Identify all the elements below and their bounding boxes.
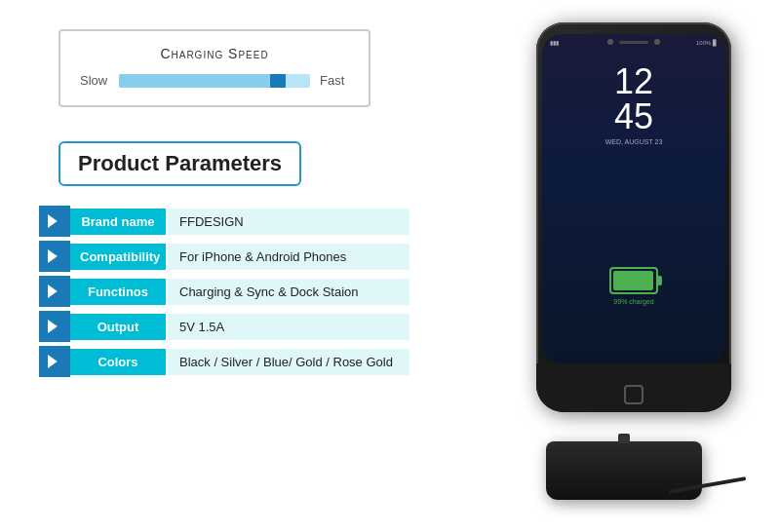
- params-row: Brand nameFFDESIGN: [39, 206, 410, 237]
- params-row: CompatibilityFor iPhone & Android Phones: [39, 241, 410, 272]
- charging-bar-marker: [270, 74, 286, 88]
- arrow-icon: [39, 311, 70, 342]
- phone-body: ▮▮▮ 100% ▊ 12 45 WED, AUGUST 23: [536, 22, 731, 412]
- param-key: Brand name: [70, 209, 168, 235]
- dock-connector: [618, 434, 630, 443]
- phone-scene: ▮▮▮ 100% ▊ 12 45 WED, AUGUST 23: [429, 13, 760, 519]
- param-value: Charging & Sync & Dock Staion: [168, 279, 410, 305]
- charged-text: 99% charged: [613, 298, 653, 305]
- phone-clock: 12 45 WED, AUGUST 23: [542, 64, 725, 145]
- param-key: Functinos: [70, 279, 168, 305]
- product-params-section: Product Parameters Brand nameFFDESIGNCom…: [39, 141, 410, 377]
- param-key: Compatibility: [70, 244, 168, 270]
- phone-date: WED, AUGUST 23: [542, 138, 725, 145]
- arrow-icon: [39, 276, 70, 307]
- params-row: FunctinosCharging & Sync & Dock Staion: [39, 276, 410, 307]
- right-panel: ▮▮▮ 100% ▊ 12 45 WED, AUGUST 23: [410, 0, 780, 532]
- battery-indicator: 100% ▊: [696, 39, 718, 46]
- svg-marker-1: [48, 249, 58, 263]
- battery-fill: [613, 271, 653, 290]
- svg-marker-2: [48, 285, 58, 298]
- product-params-title: Product Parameters: [58, 141, 301, 186]
- params-row: ColorsBlack / Silver / Blue/ Gold / Rose…: [39, 346, 410, 377]
- charging-bar-row: Slow Fast: [80, 73, 349, 88]
- param-key: Output: [70, 314, 168, 340]
- phone-status-bar: ▮▮▮ 100% ▊: [550, 39, 718, 46]
- param-value: FFDESIGN: [168, 209, 410, 235]
- arrow-icon: [39, 241, 70, 272]
- param-value: 5V 1.5A: [168, 314, 410, 340]
- svg-marker-4: [48, 355, 58, 368]
- battery-icon: [609, 267, 658, 294]
- param-value: For iPhone & Android Phones: [168, 244, 410, 270]
- charging-speed-title: Charging Speed: [80, 46, 349, 61]
- svg-marker-0: [48, 214, 58, 228]
- arrow-icon: [39, 346, 70, 377]
- phone-bottom-bar: [536, 363, 731, 412]
- signal-indicator: ▮▮▮: [550, 39, 559, 46]
- arrow-icon: [39, 206, 70, 237]
- home-button: [624, 385, 644, 404]
- phone-hour: 12: [542, 64, 725, 99]
- phone-battery-area: 99% charged: [542, 267, 725, 305]
- param-key: Colors: [70, 349, 168, 375]
- charging-speed-box: Charging Speed Slow Fast: [58, 29, 370, 107]
- phone-screen: ▮▮▮ 100% ▊ 12 45 WED, AUGUST 23: [542, 34, 725, 363]
- charging-bar-fill: [119, 74, 272, 88]
- slow-label: Slow: [80, 73, 109, 88]
- charging-bar-track: [119, 74, 310, 88]
- phone-minute: 45: [542, 99, 725, 134]
- params-table: Brand nameFFDESIGNCompatibilityFor iPhon…: [39, 206, 410, 377]
- fast-label: Fast: [320, 73, 349, 88]
- left-panel: Charging Speed Slow Fast Product Paramet…: [0, 0, 439, 532]
- svg-marker-3: [48, 320, 58, 333]
- param-value: Black / Silver / Blue/ Gold / Rose Gold: [168, 349, 410, 375]
- params-row: Output5V 1.5A: [39, 311, 410, 342]
